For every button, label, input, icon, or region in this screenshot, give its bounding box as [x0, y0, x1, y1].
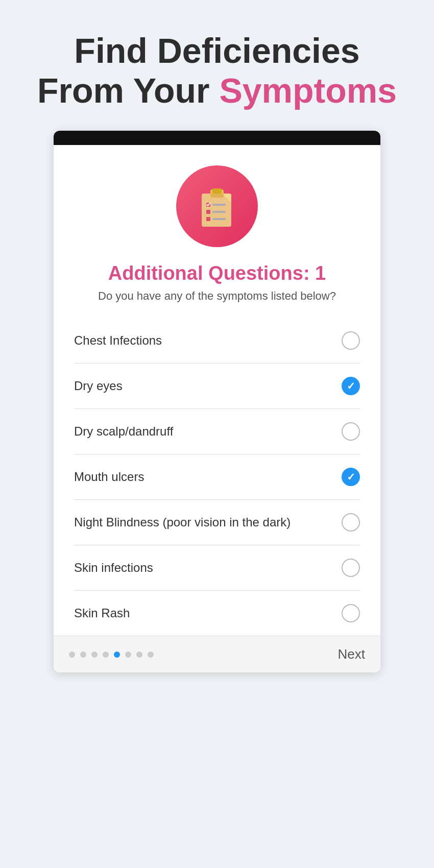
symptom-item[interactable]: Skin infections: [74, 545, 360, 591]
pagination-dot[interactable]: [103, 652, 109, 658]
next-button[interactable]: Next: [338, 646, 365, 662]
symptom-item[interactable]: Dry eyes: [74, 364, 360, 409]
title-highlight: Symptoms: [219, 71, 397, 110]
symptom-item[interactable]: Dry scalp/dandruff: [74, 409, 360, 454]
pagination-dot[interactable]: [125, 652, 131, 658]
pagination-dot[interactable]: [114, 652, 120, 658]
symptom-item[interactable]: Mouth ulcers: [74, 454, 360, 500]
pagination-dot[interactable]: [80, 652, 86, 658]
phone-content: Additional Questions: 1 Do you have any …: [54, 165, 380, 636]
radio-circle[interactable]: [342, 377, 360, 395]
symptom-label: Chest Infections: [74, 333, 342, 348]
header: Find Deficiencies From Your Symptoms: [0, 0, 434, 131]
symptom-label: Skin infections: [74, 561, 342, 575]
phone-top-bar: [54, 131, 380, 145]
symptom-item[interactable]: Chest Infections: [74, 318, 360, 364]
symptom-label: Night Blindness (poor vision in the dark…: [74, 515, 342, 529]
page-title: Find Deficiencies From Your Symptoms: [20, 31, 414, 110]
symptom-label: Mouth ulcers: [74, 470, 342, 484]
symptom-item[interactable]: Skin Rash: [74, 591, 360, 636]
radio-circle[interactable]: [342, 331, 360, 350]
radio-circle[interactable]: [342, 604, 360, 622]
title-line1: Find Deficiencies: [74, 31, 359, 70]
radio-circle[interactable]: [342, 468, 360, 486]
app-icon: [176, 165, 258, 247]
symptom-label: Dry eyes: [74, 379, 342, 393]
pagination-dot[interactable]: [148, 652, 154, 658]
symptom-item[interactable]: Night Blindness (poor vision in the dark…: [74, 500, 360, 545]
pagination-dot[interactable]: [69, 652, 75, 658]
symptom-label: Skin Rash: [74, 606, 342, 620]
questions-subtitle: Do you have any of the symptoms listed b…: [54, 290, 380, 303]
title-line2-plain: From Your: [37, 71, 219, 110]
radio-circle[interactable]: [342, 422, 360, 441]
symptom-list: Chest InfectionsDry eyesDry scalp/dandru…: [54, 318, 380, 636]
svg-rect-2: [212, 188, 222, 194]
questions-title: Additional Questions: 1: [54, 262, 380, 284]
radio-circle[interactable]: [342, 513, 360, 532]
phone-container: Additional Questions: 1 Do you have any …: [54, 131, 380, 672]
pagination-dot[interactable]: [136, 652, 142, 658]
radio-circle[interactable]: [342, 559, 360, 577]
pagination-dot[interactable]: [91, 652, 98, 658]
pagination-dots: [69, 652, 154, 658]
clipboard-svg-icon: [194, 183, 240, 229]
phone-footer: Next: [54, 636, 380, 672]
symptom-label: Dry scalp/dandruff: [74, 424, 342, 439]
